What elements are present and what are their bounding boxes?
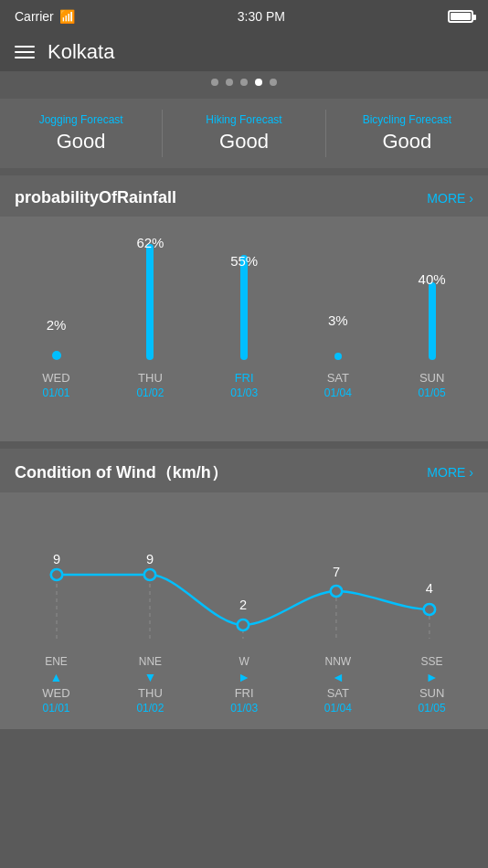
bicycling-forecast-card: Bicycling Forecast Good xyxy=(326,110,488,157)
svg-point-14 xyxy=(424,604,435,615)
wind-name-sun: SUN xyxy=(419,686,444,700)
rainfall-pct-fri: 55% xyxy=(230,253,258,269)
rainfall-chart: 2% WED 01/01 62% THU 01/02 55% xyxy=(0,217,488,441)
rainfall-pct-sat: 3% xyxy=(328,312,348,328)
rainfall-day-fri: 55% FRI 01/03 xyxy=(230,244,258,427)
rainfall-day-sun: 40% SUN 01/05 xyxy=(419,244,446,427)
svg-point-13 xyxy=(331,586,342,597)
rainfall-bar-thu xyxy=(146,244,154,360)
rainfall-pct-sun: 40% xyxy=(419,271,446,287)
wind-dir-fri: W xyxy=(239,655,249,668)
day-date-sat: 01/04 xyxy=(324,386,352,399)
jogging-forecast-value: Good xyxy=(57,130,106,153)
jogging-forecast-card: Jogging Forecast Good xyxy=(0,110,163,157)
svg-text:4: 4 xyxy=(426,581,433,596)
svg-text:9: 9 xyxy=(146,552,154,566)
wind-arrow-thu: ▼ xyxy=(143,670,156,684)
status-bar: Carrier 📶 3:30 PM xyxy=(0,0,488,33)
wind-dir-wed: ENE xyxy=(45,655,68,668)
wind-name-thu: THU xyxy=(138,686,163,700)
day-name-sun: SUN xyxy=(419,371,444,385)
wind-day-sat: NNW ◄ SAT 01/04 xyxy=(324,655,352,715)
wind-date-fri: 01/03 xyxy=(230,702,258,715)
wind-chart: 9 9 2 7 4 ENE ▲ WED 01/01 xyxy=(0,492,488,729)
rainfall-title: probabilityOfRainfall xyxy=(15,188,176,207)
wind-day-thu: NNE ▼ THU 01/02 xyxy=(136,655,164,715)
rainfall-dot-sat xyxy=(334,353,342,360)
wind-date-thu: 01/02 xyxy=(136,702,164,715)
hiking-forecast-label: Hiking Forecast xyxy=(206,113,281,126)
day-date-thu: 01/02 xyxy=(136,386,164,399)
day-name-sat: SAT xyxy=(327,371,349,385)
carrier-label: Carrier xyxy=(15,9,54,24)
dot-2[interactable] xyxy=(226,79,233,86)
wind-graph: 9 9 2 7 4 xyxy=(9,502,479,648)
svg-point-11 xyxy=(144,569,155,580)
rainfall-more-button[interactable]: MORE › xyxy=(427,191,473,206)
battery-icon xyxy=(448,10,473,23)
rainfall-pct-wed: 2% xyxy=(47,317,67,333)
chevron-right-icon: › xyxy=(469,191,473,206)
wind-day-wed: ENE ▲ WED 01/01 xyxy=(42,655,69,715)
wind-day-fri: W ► FRI 01/03 xyxy=(230,655,258,715)
wind-svg: 9 9 2 7 4 xyxy=(9,502,479,648)
hiking-forecast-value: Good xyxy=(219,130,269,153)
wind-arrow-wed: ▲ xyxy=(50,670,63,684)
wind-name-wed: WED xyxy=(42,686,69,700)
wind-title: Condition of Wind（km/h） xyxy=(15,461,228,483)
svg-text:2: 2 xyxy=(239,598,247,612)
day-date-sun: 01/05 xyxy=(419,386,446,399)
wind-arrow-sun: ► xyxy=(426,670,439,684)
day-name-thu: THU xyxy=(138,371,163,385)
rainfall-pct-thu: 62% xyxy=(136,235,164,250)
hiking-forecast-card: Hiking Forecast Good xyxy=(163,110,325,157)
forecast-cards: Jogging Forecast Good Hiking Forecast Go… xyxy=(0,110,488,157)
menu-button[interactable] xyxy=(15,46,35,58)
day-name-wed: WED xyxy=(42,371,69,385)
wind-days-row: ENE ▲ WED 01/01 NNE ▼ THU 01/02 W ► FRI … xyxy=(0,648,488,715)
wind-name-fri: FRI xyxy=(235,686,254,700)
status-left: Carrier 📶 xyxy=(15,9,75,24)
rainfall-dot-wed xyxy=(52,351,61,360)
app-header: Kolkata xyxy=(0,33,488,71)
day-date-fri: 01/03 xyxy=(230,386,258,399)
dot-1[interactable] xyxy=(211,79,218,86)
day-date-wed: 01/01 xyxy=(43,386,70,399)
page-indicator xyxy=(0,71,488,93)
rainfall-header: probabilityOfRainfall MORE › xyxy=(0,175,488,217)
wind-section: Condition of Wind（km/h） MORE › 9 9 2 7 4 xyxy=(0,449,488,729)
rainfall-day-thu: 62% THU 01/02 xyxy=(136,244,164,427)
dot-4[interactable] xyxy=(255,79,262,86)
wind-day-sun: SSE ► SUN 01/05 xyxy=(419,655,446,715)
rainfall-more-label: MORE xyxy=(427,191,465,206)
status-time: 3:30 PM xyxy=(238,9,285,24)
dot-3[interactable] xyxy=(240,79,248,86)
wind-more-label: MORE xyxy=(427,465,465,480)
wind-arrow-sat: ◄ xyxy=(332,670,345,684)
day-name-fri: FRI xyxy=(235,371,254,385)
wind-date-sat: 01/04 xyxy=(324,702,352,715)
wind-dir-sun: SSE xyxy=(421,655,443,668)
svg-point-12 xyxy=(238,619,249,630)
wind-header: Condition of Wind（km/h） MORE › xyxy=(0,449,488,492)
wind-chevron-icon: › xyxy=(469,465,473,480)
rainfall-day-sat: 3% SAT 01/04 xyxy=(324,244,352,427)
wind-name-sat: SAT xyxy=(327,686,349,700)
jogging-forecast-label: Jogging Forecast xyxy=(39,113,123,126)
wind-date-sun: 01/05 xyxy=(419,702,446,715)
svg-point-10 xyxy=(51,569,62,580)
rainfall-bar-fri xyxy=(240,255,248,360)
status-right xyxy=(448,10,473,23)
rainfall-days-container: 2% WED 01/01 62% THU 01/02 55% xyxy=(0,226,488,427)
wind-dir-sat: NNW xyxy=(325,655,352,668)
svg-text:9: 9 xyxy=(53,552,60,566)
svg-text:7: 7 xyxy=(333,565,340,579)
wind-date-wed: 01/01 xyxy=(43,702,70,715)
rainfall-section: probabilityOfRainfall MORE › 2% WED 01/0… xyxy=(0,175,488,441)
wind-arrow-fri: ► xyxy=(238,670,250,684)
wind-more-button[interactable]: MORE › xyxy=(427,465,473,480)
rainfall-bar-sun xyxy=(429,282,436,360)
dot-5[interactable] xyxy=(270,79,277,86)
wifi-icon: 📶 xyxy=(59,9,75,24)
bicycling-forecast-value: Good xyxy=(382,130,431,153)
